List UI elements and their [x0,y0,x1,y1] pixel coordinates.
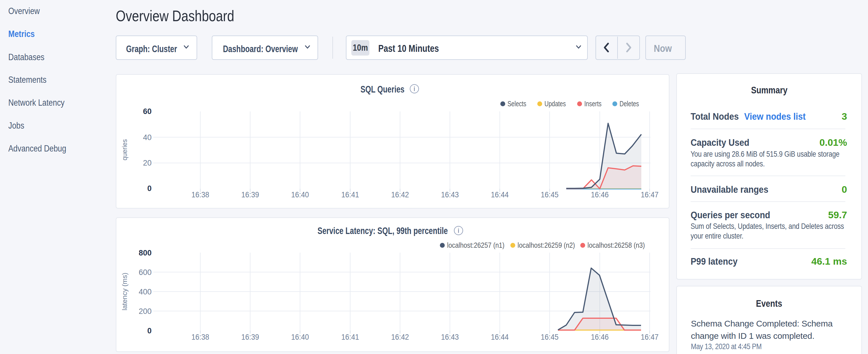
svg-text:200: 200 [139,307,152,316]
svg-text:16:44: 16:44 [491,332,509,342]
svg-text:16:43: 16:43 [441,332,459,342]
svg-text:16:45: 16:45 [541,190,559,199]
svg-text:16:43: 16:43 [441,190,459,199]
svg-text:400: 400 [139,288,152,296]
svg-text:0: 0 [147,326,152,335]
svg-text:16:39: 16:39 [241,190,259,199]
svg-text:16:46: 16:46 [591,332,609,342]
svg-text:16:46: 16:46 [591,190,609,199]
svg-text:16:47: 16:47 [641,190,658,199]
svg-text:16:41: 16:41 [341,190,359,199]
svg-text:16:41: 16:41 [341,332,359,342]
svg-text:queries: queries [121,139,128,160]
svg-text:16:47: 16:47 [641,332,658,342]
svg-text:16:40: 16:40 [291,190,309,199]
svg-text:0: 0 [147,184,152,193]
svg-text:16:42: 16:42 [391,332,409,342]
svg-text:16:40: 16:40 [291,332,309,342]
svg-text:20: 20 [143,159,152,167]
svg-text:16:39: 16:39 [241,332,259,342]
svg-text:16:38: 16:38 [191,332,209,342]
svg-text:40: 40 [143,133,152,142]
svg-text:16:44: 16:44 [491,190,509,199]
svg-text:800: 800 [139,249,152,257]
svg-text:600: 600 [139,268,152,277]
svg-text:16:42: 16:42 [391,190,409,199]
svg-text:60: 60 [143,107,152,116]
svg-text:16:45: 16:45 [541,332,559,342]
svg-text:latency (ms): latency (ms) [121,273,128,311]
svg-text:16:38: 16:38 [191,190,209,199]
